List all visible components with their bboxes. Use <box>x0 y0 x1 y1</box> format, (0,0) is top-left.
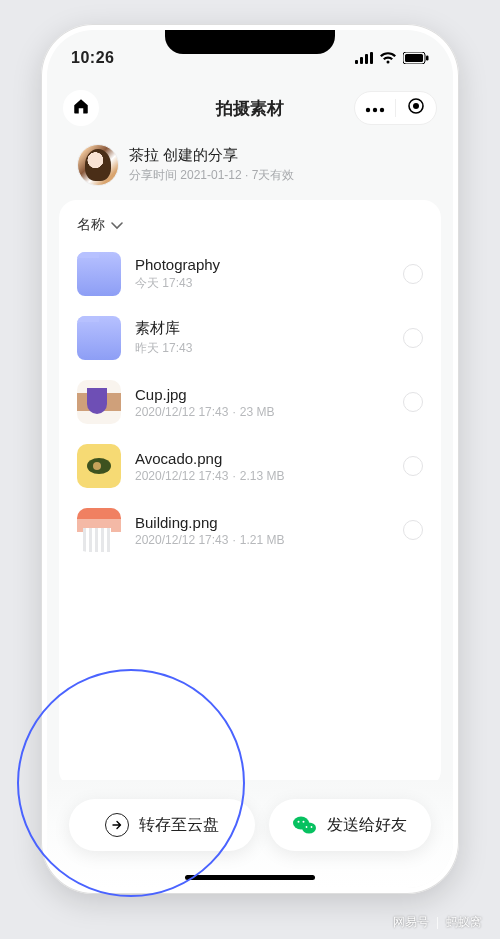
item-name: Photography <box>135 256 389 273</box>
svg-point-13 <box>302 823 316 834</box>
svg-point-7 <box>366 108 370 112</box>
close-miniapp-button[interactable] <box>396 91 436 125</box>
item-subtitle: 2020/12/12 17:4323 MB <box>135 405 389 419</box>
avatar <box>77 144 119 186</box>
watermark-author: 蚂蚁窝 <box>446 914 482 931</box>
bottom-action-bar: 转存至云盘 发送给好友 <box>47 780 453 888</box>
list-item[interactable]: Avocado.png2020/12/12 17:432.13 MB <box>71 434 429 498</box>
svg-point-8 <box>373 108 377 112</box>
svg-rect-5 <box>405 54 423 62</box>
svg-rect-2 <box>365 54 368 64</box>
share-subtitle: 分享时间 2021-01-12 · 7天有效 <box>129 167 294 184</box>
status-time: 10:26 <box>71 49 114 67</box>
select-radio[interactable] <box>403 520 423 540</box>
item-name: Avocado.png <box>135 450 389 467</box>
home-button[interactable] <box>63 90 99 126</box>
file-list-panel: 名称 Photography今天 17:43素材库昨天 17:43Cup.jpg… <box>59 200 441 788</box>
arrow-right-circle-icon <box>105 813 129 837</box>
svg-point-17 <box>311 826 313 828</box>
item-subtitle: 2020/12/12 17:432.13 MB <box>135 469 389 483</box>
svg-point-9 <box>380 108 384 112</box>
file-thumbnail <box>77 380 121 424</box>
svg-point-11 <box>413 103 419 109</box>
select-radio[interactable] <box>403 392 423 412</box>
file-thumbnail <box>77 444 121 488</box>
item-name: 素材库 <box>135 319 389 338</box>
wifi-icon <box>379 52 397 64</box>
svg-rect-1 <box>360 57 363 64</box>
svg-point-15 <box>303 821 305 823</box>
select-radio[interactable] <box>403 456 423 476</box>
status-bar: 10:26 <box>47 30 453 74</box>
item-name: Cup.jpg <box>135 386 389 403</box>
more-icon <box>365 99 385 117</box>
folder-icon <box>77 252 121 296</box>
svg-rect-0 <box>355 60 358 64</box>
send-to-friend-button[interactable]: 发送给好友 <box>269 799 431 851</box>
svg-rect-6 <box>426 56 429 61</box>
menu-button[interactable] <box>355 91 395 125</box>
chevron-down-icon <box>111 217 123 233</box>
sort-label: 名称 <box>77 216 105 234</box>
list-item[interactable]: Cup.jpg2020/12/12 17:4323 MB <box>71 370 429 434</box>
file-thumbnail <box>77 508 121 552</box>
target-icon <box>407 97 425 119</box>
miniapp-capsule <box>354 91 437 125</box>
list-item[interactable]: Photography今天 17:43 <box>71 242 429 306</box>
svg-rect-3 <box>370 52 373 64</box>
select-radio[interactable] <box>403 264 423 284</box>
svg-point-16 <box>306 826 308 828</box>
item-subtitle: 昨天 17:43 <box>135 340 389 357</box>
folder-icon <box>77 316 121 360</box>
watermark: 网易号 蚂蚁窝 <box>393 914 482 931</box>
home-icon <box>72 97 90 119</box>
share-info: 茶拉 创建的分享 分享时间 2021-01-12 · 7天有效 <box>77 144 423 186</box>
battery-icon <box>403 52 429 64</box>
item-subtitle: 今天 17:43 <box>135 275 389 292</box>
nav-bar: 拍摄素材 <box>47 82 453 134</box>
wechat-icon <box>293 813 317 837</box>
list-item[interactable]: 素材库昨天 17:43 <box>71 306 429 370</box>
primary-action-label: 转存至云盘 <box>139 815 219 836</box>
home-indicator <box>185 875 315 880</box>
list-item[interactable]: Building.png2020/12/12 17:431.21 MB <box>71 498 429 562</box>
cellular-icon <box>355 52 373 64</box>
item-name: Building.png <box>135 514 389 531</box>
share-title: 茶拉 创建的分享 <box>129 146 294 165</box>
phone-frame: 10:26 <box>41 24 459 894</box>
save-to-cloud-button[interactable]: 转存至云盘 <box>69 799 255 851</box>
svg-point-14 <box>298 821 300 823</box>
item-subtitle: 2020/12/12 17:431.21 MB <box>135 533 389 547</box>
sort-button[interactable]: 名称 <box>77 216 429 234</box>
secondary-action-label: 发送给好友 <box>327 815 407 836</box>
page-title: 拍摄素材 <box>216 97 284 120</box>
select-radio[interactable] <box>403 328 423 348</box>
watermark-brand: 网易号 <box>393 914 429 931</box>
